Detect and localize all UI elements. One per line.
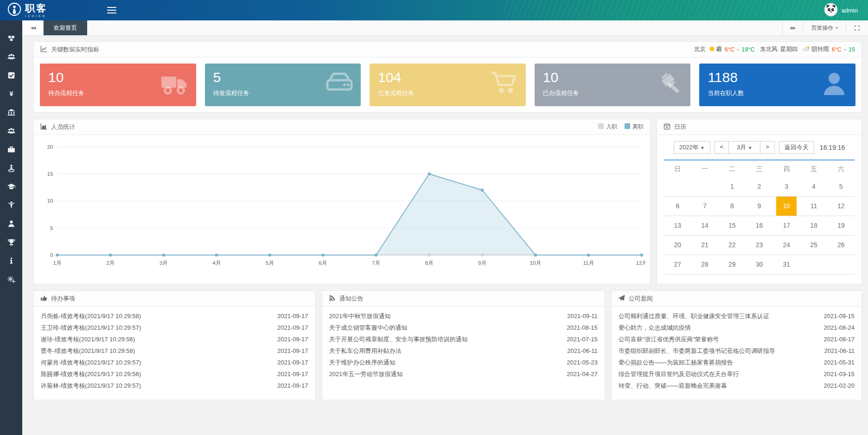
sidebar-item-team[interactable] bbox=[0, 122, 22, 141]
news-item-text[interactable]: 转变、行动、突破——迎新晚会完美谢幕 bbox=[619, 381, 733, 390]
calendar-day[interactable]: 9 bbox=[746, 197, 773, 216]
news-item-text[interactable]: 公司顺利通过质量、环境、职业健康安全管理三体系认证 bbox=[619, 312, 775, 320]
news-item-text[interactable]: 综合管理提升项目签约及启动仪式在天台举行 bbox=[619, 370, 745, 378]
sidebar-item-child[interactable] bbox=[0, 197, 22, 215]
sidebar-item-graduation-cap[interactable] bbox=[0, 178, 22, 197]
sidebar-item-cubes[interactable] bbox=[0, 30, 22, 48]
todo-item-text[interactable]: 王卫玲-绩效考核(2021/9/17 10:29:57) bbox=[41, 323, 147, 332]
sidebar-item-check-square[interactable] bbox=[0, 67, 22, 85]
calendar-day[interactable]: 18 bbox=[800, 216, 828, 235]
calendar-controls: 2022年▼ < 3月▼ > 返回今天 16:19:16 bbox=[657, 135, 862, 158]
calendar-day-selected[interactable]: 10 bbox=[773, 197, 800, 216]
username[interactable]: admin bbox=[842, 7, 858, 14]
legend-item-departed[interactable]: 离职 bbox=[625, 123, 644, 131]
calendar-day[interactable]: 21 bbox=[691, 236, 719, 255]
notice-item: 2021年五一劳动节放假通知2021-04-27 bbox=[329, 368, 598, 380]
hamburger-menu-icon[interactable] bbox=[107, 5, 116, 15]
news-item-text[interactable]: 公司喜获“浙江省优秀供应商”荣誉称号 bbox=[619, 335, 725, 344]
todo-panel: 待办事项 吕尧栋-绩效考核(2021/9/17 10:29:58)2021-09… bbox=[33, 290, 316, 400]
todo-item-text[interactable]: 吕尧栋-绩效考核(2021/9/17 10:29:58) bbox=[41, 312, 147, 320]
todo-item-text[interactable]: 曹冬-绩效考核(2021/9/17 10:29:58) bbox=[41, 346, 140, 355]
todo-item-text[interactable]: 许菊林-绩效考核(2021/9/17 10:29:57) bbox=[41, 381, 147, 390]
calendar-day[interactable]: 27 bbox=[664, 255, 691, 274]
sidebar-item-user[interactable] bbox=[0, 215, 22, 234]
calendar-day[interactable]: 29 bbox=[718, 255, 746, 274]
calendar-day[interactable]: 25 bbox=[800, 236, 828, 255]
calendar-day[interactable]: 17 bbox=[773, 216, 800, 235]
calendar-day[interactable]: 1 bbox=[718, 177, 746, 196]
check-square-icon bbox=[7, 71, 16, 82]
calendar-day[interactable]: 19 bbox=[827, 216, 855, 235]
calendar-day[interactable]: 15 bbox=[718, 216, 746, 235]
calendar-day[interactable]: 2 bbox=[746, 177, 773, 196]
tabs-scroll-right-icon[interactable]: ▶▶ bbox=[782, 20, 803, 35]
news-list: 公司顺利通过质量、环境、职业健康安全管理三体系认证2021-09-15爱心助力，… bbox=[612, 307, 862, 391]
stat-card[interactable]: 10待办流程任务 bbox=[40, 64, 196, 106]
calendar-week-row: 20212223242526 bbox=[664, 236, 855, 255]
svg-text:¥: ¥ bbox=[9, 90, 13, 97]
calendar-day[interactable]: 12 bbox=[827, 197, 855, 216]
calendar-day bbox=[800, 255, 828, 274]
calendar-day[interactable]: 30 bbox=[746, 255, 773, 274]
calendar-weekday: 三 bbox=[746, 160, 773, 177]
notice-item-text[interactable]: 关于私车公用费用补贴办法 bbox=[329, 346, 407, 355]
calendar-day[interactable]: 7 bbox=[691, 197, 719, 216]
tab-operations-dropdown[interactable]: 页签操作 ▾ bbox=[803, 20, 846, 35]
calendar-day[interactable]: 22 bbox=[718, 236, 746, 255]
stat-card[interactable]: 5待发流程任务 bbox=[205, 64, 361, 106]
todo-item-text[interactable]: 陈丽娜-绩效考核(2021/9/17 10:29:56) bbox=[41, 370, 147, 378]
calendar-day[interactable]: 6 bbox=[664, 197, 691, 216]
legend-item-hired[interactable]: 入职 bbox=[598, 123, 617, 131]
stat-card[interactable]: 104已发流程任务 bbox=[370, 64, 526, 106]
notice-item-text[interactable]: 关于成立销管客服中心的通知 bbox=[329, 323, 413, 332]
next-month-button[interactable]: > bbox=[760, 141, 774, 154]
calendar-day[interactable]: 3 bbox=[773, 177, 800, 196]
sidebar-item-bank[interactable] bbox=[0, 104, 22, 122]
notice-item-text[interactable]: 关于开展公司规章制度、安全与事故预防培训的通知 bbox=[329, 335, 473, 344]
avatar[interactable] bbox=[824, 3, 838, 18]
calendar-day[interactable]: 5 bbox=[827, 177, 855, 196]
sidebar-item-cogs[interactable] bbox=[0, 271, 22, 289]
prev-month-button[interactable]: < bbox=[715, 141, 729, 154]
calendar-panel: 日历 2022年▼ < 3月▼ > 返回今天 16:19:16 日一二三四五六 bbox=[657, 119, 862, 284]
todo-item-text[interactable]: 谢珍-绩效考核(2021/9/17 10:29:56) bbox=[41, 335, 140, 344]
sidebar-item-users[interactable] bbox=[0, 48, 22, 67]
news-item-text[interactable]: 爱心助力，众志成城抗疫情 bbox=[619, 323, 696, 332]
calendar-day[interactable]: 24 bbox=[773, 236, 800, 255]
todo-item-text[interactable]: 何蒙肖-绩效考核(2021/9/17 10:29:57) bbox=[41, 358, 147, 367]
tab-bar: ◀◀ 欢迎首页 ▶▶ 页签操作 ▾ bbox=[22, 20, 868, 36]
calendar-day[interactable]: 13 bbox=[664, 216, 691, 235]
todo-item-date: 2021-09-17 bbox=[277, 312, 308, 320]
year-select[interactable]: 2022年▼ bbox=[674, 141, 710, 154]
sidebar-item-info[interactable] bbox=[0, 252, 22, 271]
sidebar-item-briefcase[interactable] bbox=[0, 141, 22, 160]
news-item-date: 2021-08-17 bbox=[824, 335, 855, 344]
news-item-text[interactable]: 爱心捐款公告——为装卸工杨家青募捐报告 bbox=[619, 358, 739, 367]
notice-item-text[interactable]: 关于维护办公秩序的通知 bbox=[329, 358, 401, 367]
notice-item-text[interactable]: 2021年中秋节放假通知 bbox=[329, 312, 396, 320]
calendar-day[interactable]: 16 bbox=[746, 216, 773, 235]
sidebar-item-cny[interactable]: ¥ bbox=[0, 85, 22, 104]
sidebar-item-street-view[interactable] bbox=[0, 160, 22, 178]
sidebar-item-trophy[interactable] bbox=[0, 234, 22, 252]
month-select[interactable]: 3月▼ bbox=[728, 141, 760, 154]
news-item-text[interactable]: 市委组织部副部长、市委两新工委项书记莅临公司调研指导 bbox=[619, 346, 781, 355]
notice-item-text[interactable]: 2021年五一劳动节放假通知 bbox=[329, 370, 408, 378]
stat-card[interactable]: 1188当前在职人数 bbox=[699, 64, 855, 106]
tab-welcome-home[interactable]: 欢迎首页 bbox=[44, 20, 87, 35]
calendar-day[interactable]: 26 bbox=[827, 236, 855, 255]
calendar-day[interactable]: 28 bbox=[691, 255, 719, 274]
calendar-day[interactable]: 4 bbox=[800, 177, 828, 196]
graduation-cap-icon bbox=[7, 182, 16, 193]
calendar-day[interactable]: 23 bbox=[746, 236, 773, 255]
calendar-day[interactable]: 8 bbox=[718, 197, 746, 216]
calendar-day[interactable]: 20 bbox=[664, 236, 691, 255]
calendar-day[interactable]: 31 bbox=[773, 255, 800, 274]
stat-card[interactable]: 10已办流程任务 bbox=[535, 64, 691, 106]
tabs-scroll-left-icon[interactable]: ◀◀ bbox=[22, 20, 44, 35]
back-to-today-button[interactable]: 返回今天 bbox=[779, 141, 814, 154]
calendar-day[interactable]: 14 bbox=[691, 216, 719, 235]
calendar-day[interactable]: 11 bbox=[800, 197, 828, 216]
fullscreen-icon[interactable] bbox=[846, 20, 868, 35]
todo-list: 吕尧栋-绩效考核(2021/9/17 10:29:58)2021-09-17王卫… bbox=[34, 307, 315, 391]
